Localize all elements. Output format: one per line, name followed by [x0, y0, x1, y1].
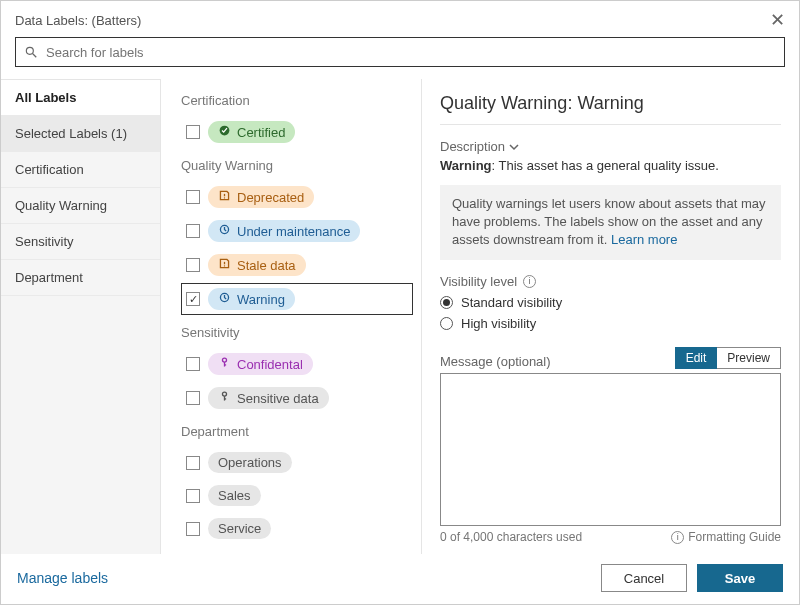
label-checkbox[interactable] [186, 224, 200, 238]
label-text: Operations [218, 455, 282, 470]
dialog-footer: Manage labels Cancel Save [1, 554, 799, 604]
label-checkbox[interactable] [186, 292, 200, 306]
visibility-heading: Visibility level i [440, 274, 781, 289]
category-sidebar: All LabelsSelected Labels (1)Certificati… [1, 79, 161, 554]
key-icon [218, 390, 231, 406]
info-box: Quality warnings let users know about as… [440, 185, 781, 260]
description-text: Warning: This asset has a general qualit… [440, 158, 781, 173]
svg-point-0 [26, 47, 33, 54]
label-row[interactable]: Stale data [181, 249, 413, 281]
label-pill: Service [208, 518, 271, 539]
label-text: Certified [237, 125, 285, 140]
label-text: Confidental [237, 357, 303, 372]
sidebar-item-sens[interactable]: Sensitivity [1, 224, 160, 260]
formatting-guide-label: Formatting Guide [688, 530, 781, 544]
label-checkbox[interactable] [186, 125, 200, 139]
label-pill: Warning [208, 288, 295, 310]
data-labels-dialog: Data Labels: (Batters) ✕ All LabelsSelec… [0, 0, 800, 605]
radio-button[interactable] [440, 296, 453, 309]
cancel-button[interactable]: Cancel [601, 564, 687, 592]
label-text: Warning [237, 292, 285, 307]
sidebar-item-dept[interactable]: Department [1, 260, 160, 296]
tab-preview[interactable]: Preview [717, 347, 781, 369]
visibility-section: Visibility level i Standard visibilityHi… [440, 274, 781, 331]
label-text: Under maintenance [237, 224, 350, 239]
search-box[interactable] [15, 37, 785, 67]
formatting-guide-link[interactable]: i Formatting Guide [671, 530, 781, 544]
label-row[interactable]: Sensitive data [181, 382, 413, 414]
description-section: Description Warning: This asset has a ge… [440, 139, 781, 173]
message-textarea[interactable] [440, 373, 781, 526]
wrench-icon [218, 223, 231, 239]
search-input[interactable] [46, 45, 776, 60]
svg-point-4 [224, 197, 225, 198]
save-button[interactable]: Save [697, 564, 783, 592]
detail-heading: Quality Warning: Warning [440, 93, 781, 125]
label-checkbox[interactable] [186, 522, 200, 536]
label-pill: Certified [208, 121, 295, 143]
visibility-option-label: High visibility [461, 316, 536, 331]
label-text: Sensitive data [237, 391, 319, 406]
label-text: Sales [218, 488, 251, 503]
description-toggle[interactable]: Description [440, 139, 781, 154]
sidebar-item-cert[interactable]: Certification [1, 152, 160, 188]
sidebar-item-qw[interactable]: Quality Warning [1, 188, 160, 224]
label-checkbox[interactable] [186, 391, 200, 405]
sidebar-item-selected[interactable]: Selected Labels (1) [1, 116, 160, 152]
label-checkbox[interactable] [186, 190, 200, 204]
key-icon [218, 356, 231, 372]
label-row[interactable]: Warning [181, 283, 413, 315]
label-checkbox[interactable] [186, 258, 200, 272]
detail-panel: Quality Warning: Warning Description War… [421, 79, 799, 554]
label-checkbox[interactable] [186, 456, 200, 470]
label-row[interactable]: Confidental [181, 348, 413, 380]
learn-more-link[interactable]: Learn more [611, 232, 677, 247]
message-header-row: Message (optional) Edit Preview [440, 347, 781, 369]
label-row[interactable]: Sales [181, 480, 413, 511]
svg-line-1 [33, 54, 37, 58]
visibility-label: Visibility level [440, 274, 517, 289]
close-icon[interactable]: ✕ [770, 11, 785, 29]
category-heading: Certification [181, 93, 413, 108]
label-pill: Sensitive data [208, 387, 329, 409]
info-icon[interactable]: i [523, 275, 536, 288]
labels-list: CertificationCertifiedQuality WarningDep… [161, 79, 421, 554]
label-checkbox[interactable] [186, 489, 200, 503]
label-pill: Under maintenance [208, 220, 360, 242]
label-text: Deprecated [237, 190, 304, 205]
visibility-option-label: Standard visibility [461, 295, 562, 310]
tab-edit[interactable]: Edit [675, 347, 718, 369]
sidebar-item-all[interactable]: All Labels [1, 79, 160, 116]
warn-icon [218, 189, 231, 205]
label-row[interactable]: Service [181, 513, 413, 544]
label-text: Service [218, 521, 261, 536]
chevron-down-icon [509, 142, 519, 152]
label-pill: Operations [208, 452, 292, 473]
svg-point-7 [224, 265, 225, 266]
visibility-option[interactable]: Standard visibility [440, 295, 781, 310]
char-counter: 0 of 4,000 characters used [440, 530, 582, 544]
message-tabs: Edit Preview [675, 347, 781, 369]
label-row[interactable]: Operations [181, 447, 413, 478]
radio-button[interactable] [440, 317, 453, 330]
check-badge-icon [218, 124, 231, 140]
message-footer: 0 of 4,000 characters used i Formatting … [440, 530, 781, 544]
description-rest: : This asset has a general quality issue… [492, 158, 719, 173]
label-row[interactable]: Deprecated [181, 181, 413, 213]
manage-labels-link[interactable]: Manage labels [17, 570, 108, 586]
category-heading: Sensitivity [181, 325, 413, 340]
label-row[interactable]: Certified [181, 116, 413, 148]
category-heading: Quality Warning [181, 158, 413, 173]
svg-point-9 [222, 358, 226, 362]
footer-buttons: Cancel Save [601, 564, 783, 592]
label-pill: Sales [208, 485, 261, 506]
message-label: Message (optional) [440, 354, 551, 369]
label-row[interactable]: Under maintenance [181, 215, 413, 247]
info-text: Quality warnings let users know about as… [452, 196, 766, 247]
category-heading: Department [181, 424, 413, 439]
wrench-icon [218, 291, 231, 307]
label-checkbox[interactable] [186, 357, 200, 371]
search-row [1, 37, 799, 79]
description-label: Description [440, 139, 505, 154]
visibility-option[interactable]: High visibility [440, 316, 781, 331]
